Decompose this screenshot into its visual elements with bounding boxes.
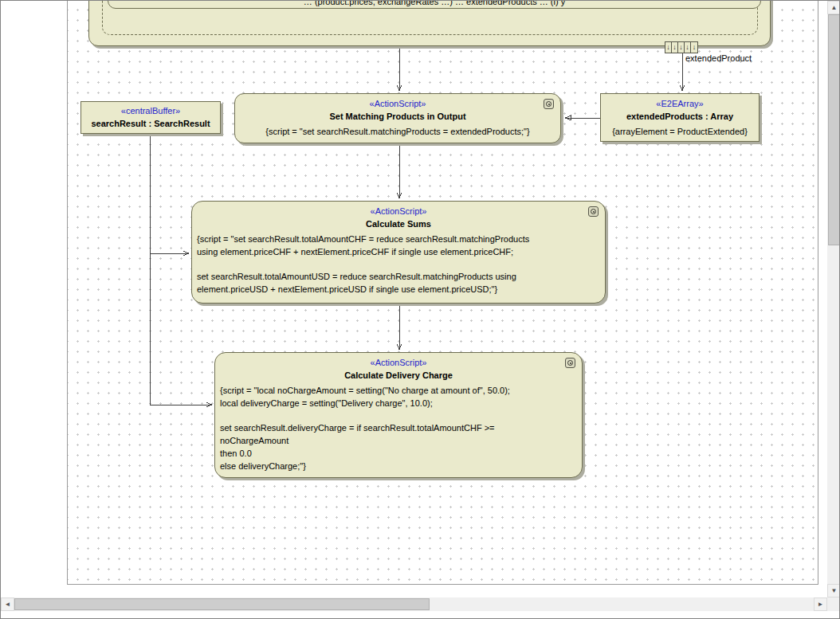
action-calculate-delivery-charge[interactable]: «ActionScript» Calculate Delivery Charge…: [214, 352, 583, 478]
scroll-up-icon[interactable]: ▲: [827, 1, 840, 14]
node-title: extendedProducts : Array: [601, 110, 759, 123]
script-action-icon: [544, 99, 554, 109]
node-title: Calculate Sums: [192, 217, 605, 231]
pin-arrow-icon: ↓: [691, 42, 697, 53]
node-title: Calculate Delivery Charge: [215, 369, 582, 382]
scroll-down-icon[interactable]: ▼: [827, 584, 840, 597]
pin-arrow-icon: ↓: [685, 42, 691, 53]
node-script: {script = "local noChargeAmount = settin…: [215, 385, 582, 473]
scroll-left-icon[interactable]: ◄: [1, 597, 14, 611]
node-title: searchResult : SearchResult: [81, 117, 220, 131]
pin-arrow-icon: ↓: [678, 42, 685, 53]
horizontal-scrollbar[interactable]: ◄ ►: [1, 597, 827, 611]
pin-arrow-icon: ↓: [672, 42, 678, 53]
stereotype-label: «centralBuffer»: [81, 102, 220, 117]
stereotype-label: «ActionScript»: [215, 353, 582, 369]
vertical-scroll-thumb[interactable]: [828, 14, 840, 245]
central-buffer-node[interactable]: «centralBuffer» searchResult : SearchRes…: [80, 101, 221, 134]
node-constraint: {arrayElement = ProductExtended}: [601, 126, 759, 139]
node-script: {script = "set searchResult.matchingProd…: [235, 126, 560, 139]
stereotype-label: «E2EArray»: [601, 94, 759, 110]
action-set-matching-products[interactable]: «ActionScript» Set Matching Products in …: [234, 93, 561, 143]
clipped-action-node[interactable]: … (product.prices, exchangeRates …) … ex…: [108, 0, 761, 9]
node-title: Set Matching Products in Output: [235, 110, 560, 123]
e2e-array-node[interactable]: «E2EArray» extendedProducts : Array {arr…: [600, 93, 760, 142]
script-action-icon: [565, 358, 575, 368]
clipped-script-text: … (product.prices, exchangeRates …) … ex…: [113, 0, 756, 6]
scroll-right-icon[interactable]: ►: [814, 597, 827, 611]
vertical-scrollbar[interactable]: ▲ ▼: [827, 1, 840, 597]
edge-buffer-to-calculate-sums[interactable]: [150, 135, 188, 253]
horizontal-scroll-thumb[interactable]: [14, 598, 430, 610]
action-calculate-sums[interactable]: «ActionScript» Calculate Sums {script = …: [191, 201, 606, 304]
pin-arrow-icon: ↓: [665, 42, 672, 53]
diagram-editor-window: … (product.prices, exchangeRates …) … ex…: [0, 0, 840, 619]
stereotype-label: «ActionScript»: [235, 94, 560, 110]
node-script: {script = "set searchResult.totalAmountC…: [192, 233, 605, 296]
expansion-output-label: extendedProduct: [685, 53, 752, 63]
script-action-icon: [588, 206, 599, 217]
expansion-output-pins[interactable]: ↓ ↓ ↓ ↓ ↓: [665, 41, 698, 53]
stereotype-label: «ActionScript»: [192, 202, 605, 217]
scrollbar-corner: [827, 597, 840, 611]
